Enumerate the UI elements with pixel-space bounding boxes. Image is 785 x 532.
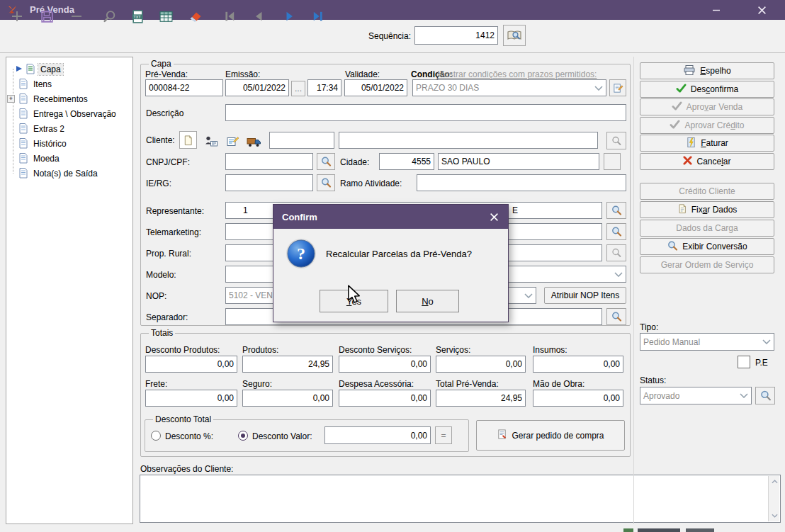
validade-field[interactable]: 05/01/2022 xyxy=(344,79,407,96)
sidebar-item-capa[interactable]: Capa xyxy=(16,62,63,77)
cidade-code-field[interactable]: 4555 xyxy=(379,153,434,170)
status-search-button[interactable] xyxy=(755,387,775,404)
observacoes-textarea[interactable] xyxy=(140,475,781,523)
confirm-close-button[interactable] xyxy=(480,205,508,229)
scroll-down-icon[interactable] xyxy=(769,510,780,521)
note-icon xyxy=(677,203,687,216)
condicao-edit-button[interactable] xyxy=(609,79,626,96)
representante-search-button[interactable] xyxy=(606,202,626,219)
desconto-produtos-field[interactable]: 0,00 xyxy=(145,356,237,373)
emissao-time-field[interactable]: 17:34 xyxy=(307,79,341,96)
close-button[interactable] xyxy=(745,0,778,20)
total-pre-venda-field[interactable]: 24,95 xyxy=(436,390,526,407)
no-button[interactable]: No xyxy=(396,290,459,312)
nav-first-icon[interactable] xyxy=(221,8,238,25)
cliente-person-button[interactable] xyxy=(203,132,220,149)
gerar-ordem-servico-button[interactable]: Gerar Ordem de Serviço xyxy=(640,256,774,273)
desconto-percent-radio[interactable] xyxy=(151,431,161,441)
emissao-field[interactable]: 05/01/2022 xyxy=(225,79,289,96)
nav-previous-icon[interactable] xyxy=(250,8,267,25)
remove-icon[interactable] xyxy=(68,8,85,25)
atribuir-nop-itens-button[interactable]: Atribuir NOP Itens xyxy=(544,287,626,304)
sequence-input[interactable]: 1412 xyxy=(414,26,498,45)
pre-venda-field[interactable]: 000084-22 xyxy=(145,79,223,96)
frete-field[interactable]: 0,00 xyxy=(145,390,237,407)
fixar-dados-button[interactable]: Fixar Dados xyxy=(640,201,774,218)
ie-field[interactable] xyxy=(225,174,313,191)
cliente-truck-button[interactable] xyxy=(245,133,262,150)
emissao-more-button[interactable]: ... xyxy=(291,81,305,96)
sidebar-item-notas-de-saida[interactable]: Nota(s) de Saída xyxy=(18,166,100,181)
descricao-field[interactable] xyxy=(225,104,626,121)
tree-expander-plus[interactable]: + xyxy=(7,95,15,103)
export-txt-icon[interactable]: TXT xyxy=(129,8,146,25)
condicao-combo[interactable]: PRAZO 30 DIAS xyxy=(412,79,606,96)
espelho-button[interactable]: Espelho xyxy=(640,62,774,79)
separador-search-button[interactable] xyxy=(606,308,626,325)
sidebar-item-recebimentos[interactable]: Recebimentos xyxy=(18,92,90,106)
cancelar-button[interactable]: Cancelar xyxy=(640,153,774,170)
desconto-servicos-field[interactable]: 0,00 xyxy=(339,356,431,373)
cliente-search-button[interactable] xyxy=(606,132,626,149)
insumos-field[interactable]: 0,00 xyxy=(533,356,623,373)
nav-last-icon[interactable] xyxy=(310,8,327,25)
cidade-nome-field[interactable]: SAO PAULO xyxy=(438,153,599,170)
cliente-nome-field[interactable] xyxy=(339,132,598,149)
observacoes-scrollbar[interactable] xyxy=(768,476,779,521)
ie-search-button[interactable] xyxy=(317,174,335,191)
lookup-book-button[interactable] xyxy=(503,25,526,46)
add-icon[interactable] xyxy=(9,8,26,25)
status-combo[interactable]: Aprovado xyxy=(640,387,752,404)
produtos-field[interactable]: 24,95 xyxy=(242,356,333,373)
cliente-label: Cliente: xyxy=(146,135,175,145)
condicao-permitidos-link[interactable]: Mostrar condições com prazos permitidos: xyxy=(437,69,597,79)
save-icon[interactable] xyxy=(38,8,55,25)
nop-value: 5102 - VEN xyxy=(229,290,273,300)
tipo-label: Tipo: xyxy=(640,322,658,332)
credito-cliente-button[interactable]: Crédito Cliente xyxy=(640,183,774,200)
search-icon[interactable] xyxy=(101,8,118,25)
cnpj-search-button[interactable] xyxy=(317,153,335,170)
sequence-label: Sequência: xyxy=(368,31,411,41)
cliente-new-button[interactable] xyxy=(179,131,197,149)
status-value: Aprovado xyxy=(643,391,679,401)
minimize-button[interactable] xyxy=(700,0,733,20)
sidebar-item-itens[interactable]: Itens xyxy=(18,77,54,91)
faturar-button[interactable]: Faturar xyxy=(640,135,774,152)
cnpj-field[interactable] xyxy=(225,153,313,170)
scroll-up-icon[interactable] xyxy=(769,476,780,487)
despesa-acessoria-field[interactable]: 0,00 xyxy=(339,390,431,407)
mao-de-obra-field[interactable]: 0,00 xyxy=(533,390,623,407)
telemarketing-search-button[interactable] xyxy=(606,223,626,240)
tipo-combo[interactable]: Pedido Manual xyxy=(640,333,774,351)
pe-checkbox[interactable] xyxy=(738,356,750,368)
sidebar-item-moeda[interactable]: Moeda xyxy=(18,152,62,166)
ramo-field[interactable] xyxy=(417,174,626,191)
sidebar-item-historico[interactable]: Histórico xyxy=(18,137,69,151)
seguro-field[interactable]: 0,00 xyxy=(242,390,333,407)
desconto-valor-radio[interactable] xyxy=(238,431,248,441)
sidebar-item-extras-2[interactable]: Extras 2 xyxy=(18,122,67,136)
nav-next-icon[interactable] xyxy=(281,8,298,25)
check-green-icon xyxy=(676,84,687,95)
seguro-label: Seguro: xyxy=(242,379,272,389)
document-icon xyxy=(18,93,28,106)
prop-rural-search-button[interactable] xyxy=(606,244,626,261)
document-icon xyxy=(18,123,28,136)
exibir-conversao-button[interactable]: Exibir Conversão xyxy=(640,238,774,255)
cliente-code-field[interactable] xyxy=(269,132,334,149)
servicos-field[interactable]: 0,00 xyxy=(436,356,526,373)
dados-da-carga-button[interactable]: Dados da Carga xyxy=(640,220,774,237)
clear-icon[interactable] xyxy=(186,8,203,25)
cidade-blank-button[interactable] xyxy=(604,153,621,170)
desconfirma-button[interactable]: Desconfirma xyxy=(640,81,774,98)
grid-view-icon[interactable] xyxy=(157,8,174,25)
desconto-valor-field[interactable]: 0,00 xyxy=(324,426,431,444)
aprovar-venda-button[interactable]: Aprovar Venda xyxy=(640,98,774,115)
gerar-pedido-compra-button[interactable]: Gerar pedido de compra xyxy=(476,420,625,451)
person-card-icon xyxy=(204,135,218,147)
aprovar-credito-button[interactable]: Aprovar Crédito xyxy=(640,117,774,134)
equals-button[interactable]: = xyxy=(435,426,452,444)
cliente-form-button[interactable] xyxy=(224,132,241,149)
sidebar-item-entrega-observacao[interactable]: Entrega \ Observação xyxy=(18,107,118,121)
